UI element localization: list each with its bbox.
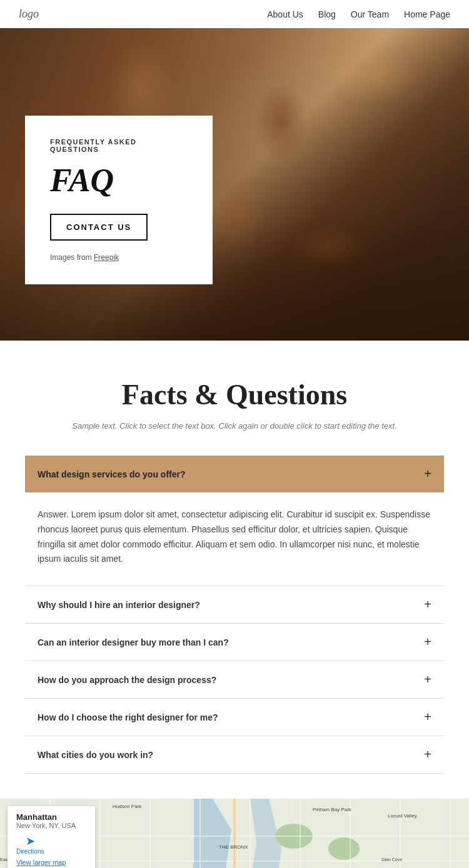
accordion-icon-4: + (424, 710, 431, 724)
logo: logo (19, 7, 39, 21)
accordion-item-3: How do you approach the design process? … (25, 661, 444, 699)
accordion-content-0: Answer. Lorem ipsum dolor sit amet, cons… (25, 492, 444, 586)
directions-label: Directions (16, 848, 44, 855)
map-popup-title: Manhattan (16, 812, 86, 822)
faq-title: Facts & Questions (25, 378, 444, 411)
accordion-item-5: What cities do you work in? + (25, 736, 444, 774)
accordion-question-4: How do I choose the right designer for m… (38, 712, 218, 722)
svg-text:THE BRONX: THE BRONX (219, 844, 248, 850)
accordion-item-0: What design services do you offer? + Ans… (25, 456, 444, 586)
directions-icon: ➤ (26, 834, 35, 848)
accordion-question-3: How do you approach the design process? (38, 675, 216, 685)
nav-about[interactable]: About Us (267, 9, 303, 19)
faq-subtitle: Sample text. Click to select the text bo… (25, 421, 444, 431)
svg-text:Locust Valley: Locust Valley (388, 813, 417, 819)
nav-blog[interactable]: Blog (318, 9, 336, 19)
accordion-header-4[interactable]: How do I choose the right designer for m… (25, 699, 444, 736)
accordion-icon-5: + (424, 747, 431, 762)
accordion-icon-0: + (424, 467, 431, 481)
accordion-question-0: What design services do you offer? (38, 469, 186, 479)
nav-home-page[interactable]: Home Page (404, 9, 450, 19)
svg-point-4 (328, 837, 360, 860)
accordion-item-2: Can an interior designer buy more than I… (25, 624, 444, 661)
accordion-header-2[interactable]: Can an interior designer buy more than I… (25, 624, 444, 661)
hero-title: FAQ (50, 162, 188, 199)
accordion-item-1: Why should I hire an interior designer? … (25, 586, 444, 624)
nav-our-team[interactable]: Our Team (351, 9, 389, 19)
map-popup-actions: ➤ Directions (16, 834, 86, 855)
svg-text:Glen Cove: Glen Cove (381, 857, 402, 862)
svg-text:Hudson Park: Hudson Park (113, 804, 142, 809)
accordion-question-1: Why should I hire an interior designer? (38, 600, 200, 610)
accordion-icon-1: + (424, 597, 431, 612)
svg-text:Pelham Bay Park: Pelham Bay Park (313, 807, 352, 812)
accordion-icon-2: + (424, 635, 431, 649)
map-directions-button[interactable]: ➤ Directions (16, 834, 44, 855)
contact-us-button[interactable]: CONTACT US (50, 214, 148, 241)
accordion-header-5[interactable]: What cities do you work in? + (25, 736, 444, 773)
map-section: MANHATTAN QUEENS BROOKLYN New York Hacke… (0, 799, 469, 868)
faq-section: Facts & Questions Sample text. Click to … (0, 341, 469, 799)
accordion-header-1[interactable]: Why should I hire an interior designer? … (25, 586, 444, 623)
hero-section: FREQUENTLY ASKED QUESTIONS FAQ CONTACT U… (0, 28, 469, 341)
accordion-header-3[interactable]: How do you approach the design process? … (25, 661, 444, 698)
accordion-item-4: How do I choose the right designer for m… (25, 699, 444, 736)
hero-subtitle: FREQUENTLY ASKED QUESTIONS (50, 138, 188, 153)
nav-links: About Us Blog Our Team Home Page (267, 9, 450, 20)
image-attribution: Images from Freepik (50, 253, 188, 262)
freepik-link[interactable]: Freepik (94, 253, 119, 262)
hero-card: FREQUENTLY ASKED QUESTIONS FAQ CONTACT U… (25, 116, 213, 284)
faq-accordion: What design services do you offer? + Ans… (25, 456, 444, 774)
accordion-question-2: Can an interior designer buy more than I… (38, 637, 229, 647)
accordion-header-0[interactable]: What design services do you offer? + (25, 456, 444, 492)
map-popup-address: New York, NY, USA (16, 822, 86, 829)
accordion-icon-3: + (424, 672, 431, 687)
accordion-question-5: What cities do you work in? (38, 750, 153, 760)
navbar: logo About Us Blog Our Team Home Page (0, 0, 469, 28)
map-popup: Manhattan New York, NY, USA ➤ Directions… (8, 806, 95, 868)
view-larger-map-link[interactable]: View larger map (16, 859, 86, 866)
